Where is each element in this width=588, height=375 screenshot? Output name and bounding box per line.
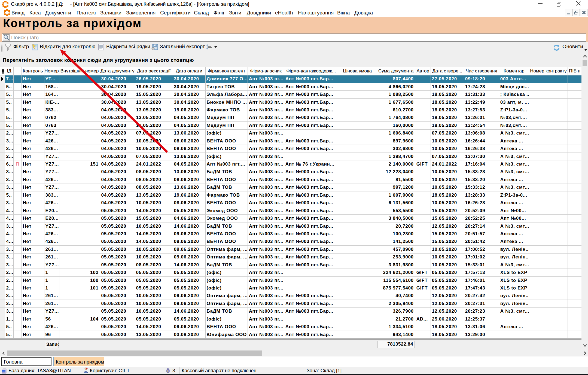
svg-text:$: $ <box>167 370 168 373</box>
